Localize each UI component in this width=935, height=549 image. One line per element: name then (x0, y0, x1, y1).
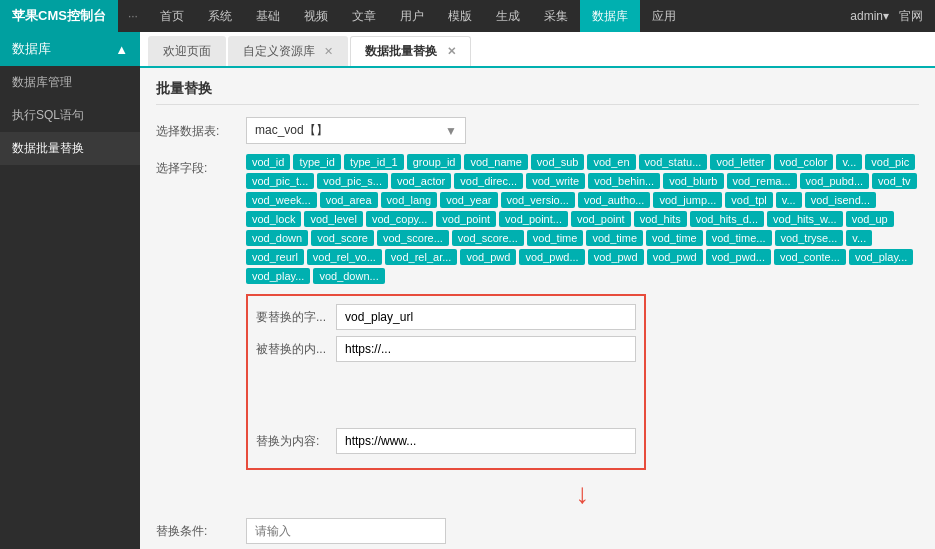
select-table-label: 选择数据表: (156, 117, 246, 140)
select-field-row: 选择字段: vod_id type_id type_id_1 group_id … (156, 154, 919, 284)
sidebar-item-batch-replace[interactable]: 数据批量替换 (0, 132, 140, 165)
replace-with-input[interactable] (336, 428, 636, 454)
field-tag-vod-hits[interactable]: vod_hits (634, 211, 687, 227)
field-tag-vod-pic-s[interactable]: vod_pic_s... (317, 173, 388, 189)
field-tag-vod-copy[interactable]: vod_copy... (366, 211, 433, 227)
field-tag-vod-en[interactable]: vod_en (587, 154, 635, 170)
replace-content-input[interactable] (336, 336, 636, 362)
tab-batch-replace-label: 数据批量替换 (365, 44, 437, 58)
field-tag-vod-play2[interactable]: vod_play... (246, 268, 310, 284)
field-tag-vod-pwd1[interactable]: vod_pwd (460, 249, 516, 265)
field-tag-vod-jump[interactable]: vod_jump... (653, 192, 722, 208)
field-tag-vod-autho[interactable]: vod_autho... (578, 192, 651, 208)
field-tag-vod-reurl[interactable]: vod_reurl (246, 249, 304, 265)
field-tag-vod-sub[interactable]: vod_sub (531, 154, 585, 170)
tab-welcome[interactable]: 欢迎页面 (148, 36, 226, 66)
field-tag-vod-pwd4[interactable]: vod_pwd (647, 249, 703, 265)
field-tag-vod-pubd[interactable]: vod_pubd... (800, 173, 870, 189)
field-tag-vod-writer[interactable]: vod_write (526, 173, 585, 189)
condition-input[interactable] (246, 518, 446, 544)
replace-spacer (156, 294, 246, 300)
field-tag-vod-pwd3[interactable]: vod_pwd (588, 249, 644, 265)
field-tag-vod-direc[interactable]: vod_direc... (454, 173, 523, 189)
field-tag-vod-point2[interactable]: vod_point... (499, 211, 568, 227)
field-tag-v3[interactable]: v... (846, 230, 872, 246)
field-tag-vod-actor[interactable]: vod_actor (391, 173, 451, 189)
field-tag-vod-name[interactable]: vod_name (464, 154, 527, 170)
field-tag-vod-tpl[interactable]: vod_tpl (725, 192, 772, 208)
field-tag-vod-area[interactable]: vod_area (320, 192, 378, 208)
field-tag-vod-pwd2[interactable]: vod_pwd... (519, 249, 584, 265)
nav-dots: ··· (118, 9, 148, 23)
tab-batch-replace-close[interactable]: ✕ (447, 45, 456, 57)
field-tag-vod-lang[interactable]: vod_lang (381, 192, 438, 208)
field-tag-vod-isend[interactable]: vod_isend... (805, 192, 876, 208)
nav-database[interactable]: 数据库 (580, 0, 640, 32)
field-tag-vod-pic-t[interactable]: vod_pic_t... (246, 173, 314, 189)
field-tag-vod-year[interactable]: vod_year (440, 192, 497, 208)
field-tag-vod-rel-ar[interactable]: vod_rel_ar... (385, 249, 458, 265)
field-tag-vod-score2[interactable]: vod_score... (377, 230, 449, 246)
nav-user[interactable]: 用户 (388, 0, 436, 32)
replace-field-input[interactable] (336, 304, 636, 330)
field-tag-vod-point[interactable]: vod_point (436, 211, 496, 227)
nav-home[interactable]: 首页 (148, 0, 196, 32)
field-tag-vod-time1[interactable]: vod_time (527, 230, 584, 246)
tabs-bar: 欢迎页面 自定义资源库 ✕ 数据批量替换 ✕ (140, 32, 935, 68)
field-tag-vod-color[interactable]: vod_color (774, 154, 834, 170)
field-tag-vod-versio[interactable]: vod_versio... (501, 192, 575, 208)
sidebar-item-sql[interactable]: 执行SQL语句 (0, 99, 140, 132)
field-tag-vod-pwd5[interactable]: vod_pwd... (706, 249, 771, 265)
field-tag-vod-time4[interactable]: vod_time... (706, 230, 772, 246)
field-tag-group-id[interactable]: group_id (407, 154, 462, 170)
field-tag-vod-hits-w[interactable]: vod_hits_w... (767, 211, 843, 227)
field-tag-vod-pic[interactable]: vod_pic (865, 154, 915, 170)
nav-system[interactable]: 系统 (196, 0, 244, 32)
brand-logo[interactable]: 苹果CMS控制台 (0, 0, 118, 32)
nav-video[interactable]: 视频 (292, 0, 340, 32)
field-tag-vod-up[interactable]: vod_up (846, 211, 894, 227)
field-tag-vod-score[interactable]: vod_score (311, 230, 374, 246)
field-tag-vod-letter[interactable]: vod_letter (710, 154, 770, 170)
field-tag-vod-time3[interactable]: vod_time (646, 230, 703, 246)
nav-basic[interactable]: 基础 (244, 0, 292, 32)
field-tag-vod-score3[interactable]: vod_score... (452, 230, 524, 246)
field-tag-vod-down[interactable]: vod_down (246, 230, 308, 246)
sidebar-item-db-manage[interactable]: 数据库管理 (0, 66, 140, 99)
field-tag-v1[interactable]: v... (836, 154, 862, 170)
table-select[interactable]: mac_vod【】 ▼ (246, 117, 466, 144)
sidebar-toggle-icon[interactable]: ▲ (115, 42, 128, 57)
nav-app[interactable]: 应用 (640, 0, 688, 32)
field-tag-vod-time2[interactable]: vod_time (586, 230, 643, 246)
field-tag-vod-id[interactable]: vod_id (246, 154, 290, 170)
field-tag-vod-behin[interactable]: vod_behin... (588, 173, 660, 189)
field-tag-vod-point3[interactable]: vod_point (571, 211, 631, 227)
field-tag-vod-down2[interactable]: vod_down... (313, 268, 384, 284)
tab-batch-replace[interactable]: 数据批量替换 ✕ (350, 36, 470, 66)
field-tag-type-id[interactable]: type_id (293, 154, 340, 170)
nav-article[interactable]: 文章 (340, 0, 388, 32)
official-link[interactable]: 官网 (899, 8, 923, 25)
field-tag-vod-rel-vo[interactable]: vod_rel_vo... (307, 249, 382, 265)
field-tag-vod-lock[interactable]: vod_lock (246, 211, 301, 227)
field-tag-type-id-1[interactable]: type_id_1 (344, 154, 404, 170)
admin-menu[interactable]: admin▾ (850, 9, 889, 23)
field-tag-vod-hits-d[interactable]: vod_hits_d... (690, 211, 764, 227)
field-tag-vod-tryse[interactable]: vod_tryse... (775, 230, 844, 246)
tab-custom-lib[interactable]: 自定义资源库 ✕ (228, 36, 348, 66)
field-tag-vod-conte[interactable]: vod_conte... (774, 249, 846, 265)
field-tag-vod-week[interactable]: vod_week... (246, 192, 317, 208)
nav-template[interactable]: 模版 (436, 0, 484, 32)
field-tag-vod-tv[interactable]: vod_tv (872, 173, 916, 189)
field-tag-vod-status[interactable]: vod_statu... (639, 154, 708, 170)
field-tag-v2[interactable]: v... (776, 192, 802, 208)
field-tag-vod-rema[interactable]: vod_rema... (727, 173, 797, 189)
field-tag-vod-blurb[interactable]: vod_blurb (663, 173, 723, 189)
nav-collect[interactable]: 采集 (532, 0, 580, 32)
tab-custom-lib-close[interactable]: ✕ (324, 45, 333, 57)
replace-field-label: 要替换的字... (256, 309, 336, 326)
field-tag-vod-play1[interactable]: vod_play... (849, 249, 913, 265)
condition-label: 替换条件: (156, 523, 246, 540)
field-tag-vod-level[interactable]: vod_level (304, 211, 362, 227)
nav-generate[interactable]: 生成 (484, 0, 532, 32)
